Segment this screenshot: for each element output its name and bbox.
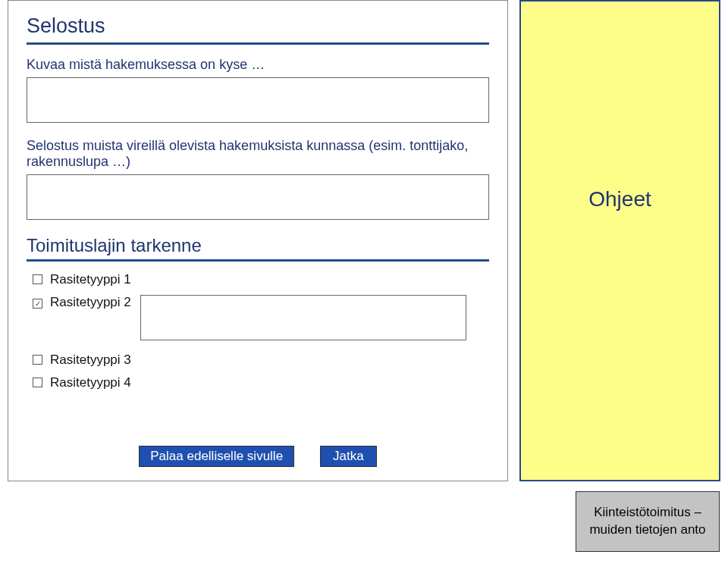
sub-section-divider bbox=[27, 259, 489, 262]
checkbox-4[interactable] bbox=[33, 378, 42, 387]
selostus-input-1[interactable] bbox=[27, 77, 489, 123]
footer-text: Kiinteistötoimitus – muiden tietojen ant… bbox=[579, 504, 716, 539]
back-button[interactable]: Palaa edelliselle sivulle bbox=[139, 446, 294, 467]
checkbox-row-3: Rasitetyyppi 3 bbox=[33, 352, 489, 368]
checkbox-row-2: ✓ Rasitetyyppi 2 bbox=[33, 295, 489, 340]
field2-label: Selostus muista vireillä olevista hakemu… bbox=[27, 138, 489, 170]
checkbox-3[interactable] bbox=[33, 355, 42, 365]
footer-box: Kiinteistötoimitus – muiden tietojen ant… bbox=[576, 491, 720, 552]
section-divider bbox=[27, 42, 489, 45]
checkbox-row-1: Rasitetyyppi 1 bbox=[33, 272, 489, 287]
form-panel: Selostus Kuvaa mistä hakemuksessa on kys… bbox=[8, 0, 508, 481]
next-button[interactable]: Jatka bbox=[320, 446, 377, 467]
help-panel: Ohjeet bbox=[519, 0, 720, 481]
button-row: Palaa edelliselle sivulle Jatka bbox=[8, 446, 507, 467]
field1-label: Kuvaa mistä hakemuksessa on kyse … bbox=[27, 57, 489, 73]
selostus-input-2[interactable] bbox=[27, 174, 489, 220]
checkbox-2[interactable]: ✓ bbox=[33, 299, 42, 309]
checkbox-1[interactable] bbox=[33, 274, 42, 284]
checkbox-label-4: Rasitetyyppi 4 bbox=[50, 375, 131, 390]
checkbox-label-2: Rasitetyyppi 2 bbox=[50, 295, 131, 310]
sub-section-title: Toimituslajin tarkenne bbox=[27, 235, 489, 256]
checkbox-label-1: Rasitetyyppi 1 bbox=[50, 272, 131, 287]
checkbox-row-4: Rasitetyyppi 4 bbox=[33, 375, 489, 390]
checkbox-2-detail-input[interactable] bbox=[140, 295, 466, 340]
help-panel-title: Ohjeet bbox=[588, 187, 651, 212]
checkbox-label-3: Rasitetyyppi 3 bbox=[50, 352, 131, 368]
section-title: Selostus bbox=[27, 14, 489, 38]
